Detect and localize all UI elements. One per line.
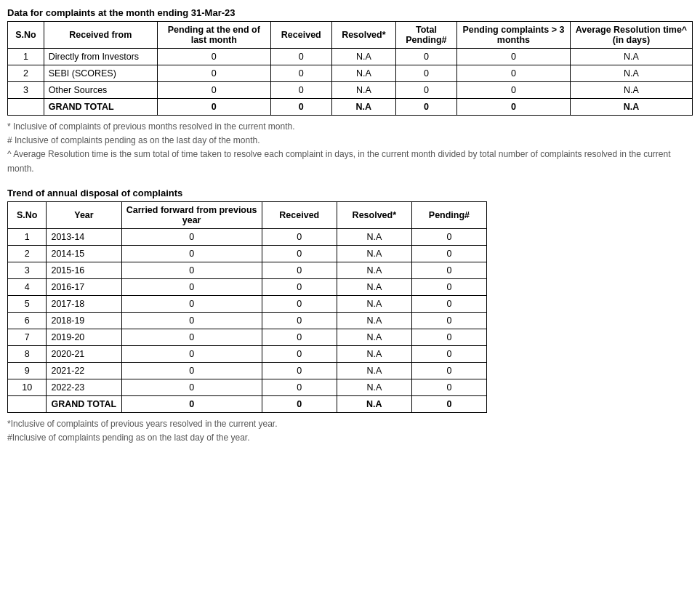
gt-pending-last: 0 xyxy=(157,99,270,116)
row-total-pending: 0 xyxy=(395,82,456,99)
gt-pending-3m: 0 xyxy=(456,99,570,116)
trend-row-received: 0 xyxy=(262,345,337,362)
trend-grand-total-row: GRAND TOTAL 0 0 N.A 0 xyxy=(8,395,487,412)
trend-row-resolved: N.A xyxy=(337,379,411,395)
tgt-resolved: N.A xyxy=(337,395,411,412)
trend-row-received: 0 xyxy=(262,312,337,329)
tgt-label: GRAND TOTAL xyxy=(47,395,121,412)
trend-row-resolved: N.A xyxy=(337,245,411,262)
trend-row-sno: 3 xyxy=(8,262,47,278)
trend-row-sno: 6 xyxy=(8,312,47,329)
trend-row-carried: 0 xyxy=(121,245,262,262)
main-table-body: 1 Directly from Investors 0 0 N.A 0 0 N.… xyxy=(8,49,693,116)
col-sno: S.No xyxy=(8,22,44,49)
trend-table-row: 4 2016-17 0 0 N.A 0 xyxy=(8,278,487,295)
trend-row-resolved: N.A xyxy=(337,362,411,379)
row-pending-last: 0 xyxy=(157,49,270,65)
trend-table-row: 3 2015-16 0 0 N.A 0 xyxy=(8,262,487,278)
row-sno: 1 xyxy=(8,49,44,65)
trend-row-year: 2020-21 xyxy=(47,345,121,362)
main-section: Data for complaints at the month ending … xyxy=(7,7,693,116)
trend-col-received: Received xyxy=(262,201,337,228)
trend-row-pending: 0 xyxy=(411,295,486,312)
trend-row-sno: 7 xyxy=(8,329,47,345)
row-pending-3m: 0 xyxy=(456,49,570,65)
row-sno: 3 xyxy=(8,82,44,99)
col-total-pending: Total Pending# xyxy=(395,22,456,49)
trend-row-resolved: N.A xyxy=(337,329,411,345)
trend-row-pending: 0 xyxy=(411,228,486,245)
trend-row-sno: 10 xyxy=(8,379,47,395)
trend-row-year: 2015-16 xyxy=(47,262,121,278)
trend-col-carried: Carried forward from previous year xyxy=(121,201,262,228)
trend-row-year: 2016-17 xyxy=(47,278,121,295)
trend-row-year: 2013-14 xyxy=(47,228,121,245)
row-source: Directly from Investors xyxy=(44,49,157,65)
trend-row-pending: 0 xyxy=(411,278,486,295)
row-total-pending: 0 xyxy=(395,65,456,82)
main-grand-total-row: GRAND TOTAL 0 0 N.A 0 0 N.A xyxy=(8,99,693,116)
trend-row-pending: 0 xyxy=(411,245,486,262)
main-table-row: 2 SEBI (SCORES) 0 0 N.A 0 0 N.A xyxy=(8,65,693,82)
trend-row-year: 2018-19 xyxy=(47,312,121,329)
row-sno: 2 xyxy=(8,65,44,82)
row-pending-3m: 0 xyxy=(456,65,570,82)
trend-table-row: 10 2022-23 0 0 N.A 0 xyxy=(8,379,487,395)
main-note-1: * Inclusive of complaints of previous mo… xyxy=(7,120,693,134)
row-received: 0 xyxy=(270,65,331,82)
trend-note-1: *Inclusive of complaints of previous yea… xyxy=(7,417,693,431)
trend-row-received: 0 xyxy=(262,278,337,295)
trend-row-received: 0 xyxy=(262,228,337,245)
main-table-row: 3 Other Sources 0 0 N.A 0 0 N.A xyxy=(8,82,693,99)
gt-empty xyxy=(8,99,44,116)
main-complaints-table: S.No Received from Pending at the end of… xyxy=(7,21,693,116)
col-pending-3m: Pending complaints > 3 months xyxy=(456,22,570,49)
trend-row-received: 0 xyxy=(262,245,337,262)
trend-row-received: 0 xyxy=(262,329,337,345)
tgt-carried: 0 xyxy=(121,395,262,412)
trend-row-sno: 9 xyxy=(8,362,47,379)
trend-row-sno: 2 xyxy=(8,245,47,262)
trend-row-carried: 0 xyxy=(121,262,262,278)
tgt-received: 0 xyxy=(262,395,337,412)
row-pending-3m: 0 xyxy=(456,82,570,99)
gt-avg-res: N.A xyxy=(570,99,692,116)
trend-row-sno: 5 xyxy=(8,295,47,312)
trend-table-title: Trend of annual disposal of complaints xyxy=(7,188,693,198)
tgt-pending: 0 xyxy=(411,395,486,412)
trend-row-year: 2017-18 xyxy=(47,295,121,312)
trend-table-body: 1 2013-14 0 0 N.A 0 2 2014-15 0 0 N.A 0 … xyxy=(8,228,487,412)
trend-col-pending: Pending# xyxy=(411,201,486,228)
trend-row-carried: 0 xyxy=(121,379,262,395)
trend-row-pending: 0 xyxy=(411,379,486,395)
tgt-empty xyxy=(8,395,47,412)
trend-table-row: 8 2020-21 0 0 N.A 0 xyxy=(8,345,487,362)
trend-row-carried: 0 xyxy=(121,362,262,379)
trend-row-pending: 0 xyxy=(411,345,486,362)
trend-row-year: 2022-23 xyxy=(47,379,121,395)
trend-row-sno: 4 xyxy=(8,278,47,295)
trend-row-pending: 0 xyxy=(411,329,486,345)
trend-table-header-row: S.No Year Carried forward from previous … xyxy=(8,201,487,228)
col-received: Received xyxy=(270,22,331,49)
main-note-3: ^ Average Resolution time is the sum tot… xyxy=(7,148,693,175)
trend-row-carried: 0 xyxy=(121,228,262,245)
trend-table-row: 6 2018-19 0 0 N.A 0 xyxy=(8,312,487,329)
trend-col-year: Year xyxy=(47,201,121,228)
col-resolved: Resolved* xyxy=(331,22,395,49)
main-table-title: Data for complaints at the month ending … xyxy=(7,7,693,18)
col-avg-res: Average Resolution time^ (in days) xyxy=(570,22,692,49)
trend-notes: *Inclusive of complaints of previous yea… xyxy=(7,417,693,445)
gt-total-pending: 0 xyxy=(395,99,456,116)
trend-row-year: 2021-22 xyxy=(47,362,121,379)
trend-section: Trend of annual disposal of complaints S… xyxy=(7,188,693,413)
trend-row-sno: 1 xyxy=(8,228,47,245)
row-pending-last: 0 xyxy=(157,65,270,82)
trend-row-pending: 0 xyxy=(411,262,486,278)
row-total-pending: 0 xyxy=(395,49,456,65)
trend-row-pending: 0 xyxy=(411,362,486,379)
col-pending-last: Pending at the end of last month xyxy=(157,22,270,49)
trend-row-resolved: N.A xyxy=(337,312,411,329)
row-avg-res: N.A xyxy=(570,49,692,65)
trend-row-carried: 0 xyxy=(121,295,262,312)
